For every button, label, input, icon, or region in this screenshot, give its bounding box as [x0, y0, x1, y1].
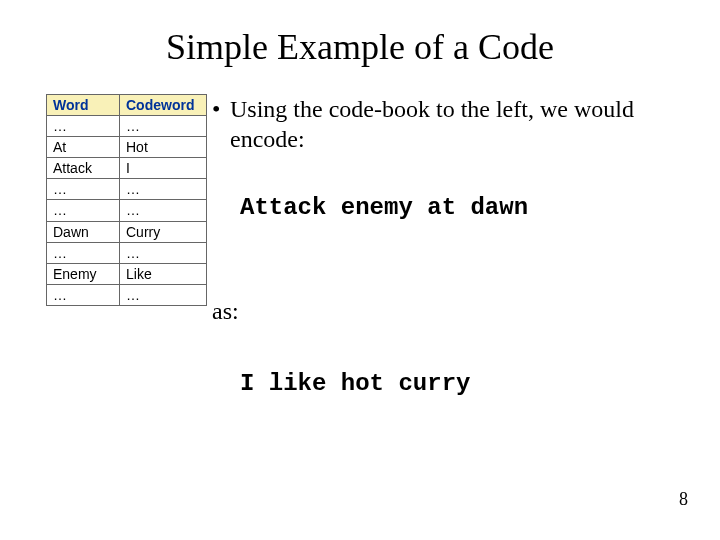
cell-codeword: Like	[120, 263, 207, 284]
cell-word: Dawn	[47, 221, 120, 242]
table-row: … …	[47, 116, 207, 137]
table-row: … …	[47, 284, 207, 305]
slide: Simple Example of a Code Word Codeword ……	[0, 0, 720, 540]
table-header-row: Word Codeword	[47, 95, 207, 116]
cell-word: Attack	[47, 158, 120, 179]
cell-word: …	[47, 242, 120, 263]
table-row: Attack I	[47, 158, 207, 179]
ciphertext-line: I like hot curry	[240, 370, 470, 397]
page-number: 8	[679, 489, 688, 510]
cell-codeword: …	[120, 179, 207, 200]
cell-codeword: …	[120, 284, 207, 305]
slide-title: Simple Example of a Code	[0, 26, 720, 68]
cell-codeword: …	[120, 200, 207, 221]
cell-word: …	[47, 200, 120, 221]
bullet-item: • Using the code-book to the left, we wo…	[212, 94, 672, 154]
table-row: At Hot	[47, 137, 207, 158]
table-row: Dawn Curry	[47, 221, 207, 242]
plaintext-line: Attack enemy at dawn	[240, 194, 528, 221]
cell-word: …	[47, 179, 120, 200]
cell-codeword: …	[120, 242, 207, 263]
cell-word: At	[47, 137, 120, 158]
cell-codeword: Curry	[120, 221, 207, 242]
bullet-dot-icon: •	[212, 94, 230, 124]
as-label: as:	[212, 298, 239, 325]
table-row: … …	[47, 179, 207, 200]
table-row: … …	[47, 200, 207, 221]
header-codeword: Codeword	[120, 95, 207, 116]
table-row: … …	[47, 242, 207, 263]
table-row: Enemy Like	[47, 263, 207, 284]
cell-word: …	[47, 116, 120, 137]
header-word: Word	[47, 95, 120, 116]
cell-codeword: …	[120, 116, 207, 137]
bullet-text: Using the code-book to the left, we woul…	[230, 94, 672, 154]
body-text: • Using the code-book to the left, we wo…	[212, 94, 672, 154]
cell-codeword: Hot	[120, 137, 207, 158]
cell-codeword: I	[120, 158, 207, 179]
cell-word: …	[47, 284, 120, 305]
cell-word: Enemy	[47, 263, 120, 284]
codebook-table: Word Codeword … … At Hot Attack I … … …	[46, 94, 207, 306]
